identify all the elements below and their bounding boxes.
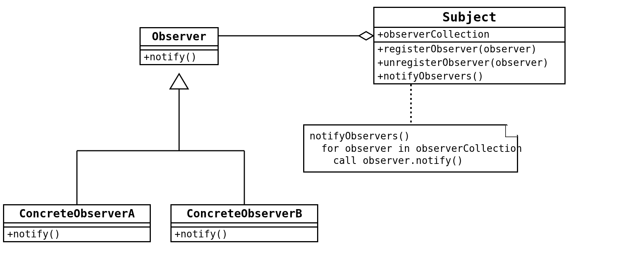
class-concrete-a-method: +notify(): [4, 228, 150, 241]
class-subject-method: +registerObserver(observer): [374, 43, 564, 56]
note-fold-icon: [505, 124, 518, 137]
generalization-triangle-icon: [170, 74, 188, 89]
class-concrete-a-name: ConcreteObserverA: [4, 205, 150, 222]
class-subject-method: +unregisterObserver(observer): [374, 56, 564, 70]
class-concrete-b-name: ConcreteObserverB: [172, 205, 317, 222]
class-observer-name: Observer: [141, 28, 218, 45]
note-line: call observer.notify(): [310, 154, 512, 167]
note-line: notifyObservers(): [310, 130, 512, 142]
uml-diagram: Observer +notify() Subject +observerColl…: [0, 0, 644, 266]
class-subject-attr: +observerCollection: [374, 28, 564, 41]
uml-note: notifyObservers() for observer in observ…: [303, 124, 518, 173]
note-line: for observer in observerCollection: [310, 142, 512, 155]
class-subject-name: Subject: [374, 8, 564, 27]
aggregation-diamond-icon: [359, 32, 373, 40]
class-concrete-b-method: +notify(): [172, 228, 317, 241]
class-concrete-observer-a: ConcreteObserverA +notify(): [3, 204, 151, 242]
class-concrete-observer-b: ConcreteObserverB +notify(): [170, 204, 318, 242]
class-subject: Subject +observerCollection +registerObs…: [373, 7, 566, 84]
class-subject-method: +notifyObservers(): [374, 70, 564, 83]
class-observer: Observer +notify(): [140, 27, 219, 65]
class-observer-method: +notify(): [141, 50, 218, 64]
